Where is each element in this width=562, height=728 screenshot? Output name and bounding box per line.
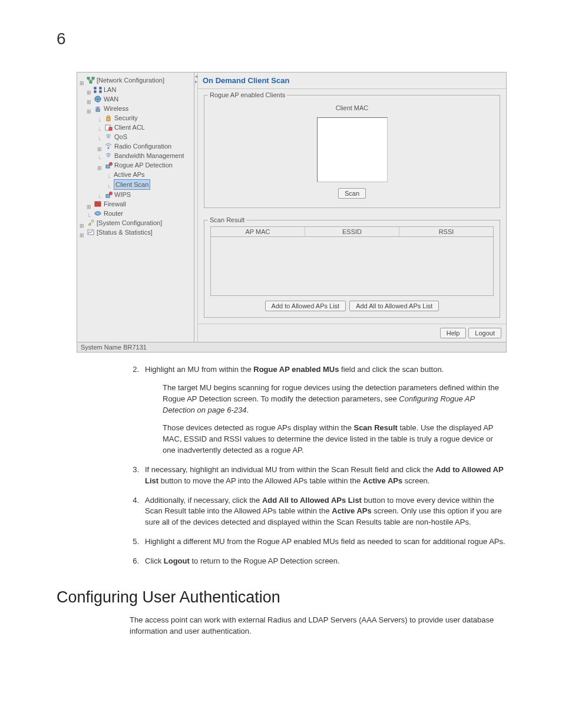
scan-result-fieldset: Scan Result AP MAC ESSID RSSI Add to All…	[204, 220, 500, 318]
add-to-allowed-button[interactable]: Add to Allowed APs List	[265, 301, 346, 311]
svg-rect-20	[88, 230, 94, 235]
wan-icon	[94, 95, 102, 103]
tree-item-bandwidth[interactable]: Bandwidth Management	[80, 151, 191, 160]
tree-line-icon	[97, 134, 103, 140]
expand-icon[interactable]	[97, 144, 103, 149]
text: to return to the Rogue AP Detection scre…	[190, 556, 340, 565]
text: Additionally, if necessary, click the	[145, 496, 262, 505]
scan-result-header: AP MAC ESSID RSSI	[210, 226, 494, 237]
tree-line-icon	[87, 211, 92, 216]
expand-icon[interactable]	[87, 106, 92, 111]
tree-label: [Status & Statistics]	[97, 228, 153, 237]
tree-item-system-config[interactable]: [System Configuration]	[80, 218, 191, 228]
col-apmac[interactable]: AP MAC	[211, 227, 305, 236]
text-bold: Logout	[164, 556, 190, 565]
svg-rect-9	[107, 117, 110, 121]
tree-label: LAN	[104, 85, 116, 94]
expand-icon[interactable]	[97, 163, 103, 168]
text: screen.	[402, 476, 429, 485]
radio-icon	[104, 143, 113, 150]
svg-rect-3	[94, 87, 96, 89]
step-5: 5. Highlight a different MU from the Rog…	[130, 536, 507, 548]
tree-item-radio-config[interactable]: Radio Configuration	[80, 141, 191, 151]
step-number: 3.	[130, 465, 145, 487]
tree-label: [System Configuration]	[97, 218, 162, 228]
qos-icon	[104, 133, 113, 140]
tree-item-client-acl[interactable]: Client ACL	[80, 123, 191, 132]
scan-result-table[interactable]	[210, 237, 494, 296]
tree-item-security[interactable]: Security	[80, 113, 191, 123]
tree-item-wips[interactable]: WIPS	[80, 190, 191, 199]
tree-item-active-aps[interactable]: Active APs	[80, 170, 191, 179]
lan-icon	[94, 86, 102, 93]
tools-icon	[87, 219, 95, 226]
svg-point-12	[108, 147, 110, 149]
col-rssi[interactable]: RSSI	[399, 227, 493, 236]
tree-line-icon	[107, 182, 112, 187]
section-heading: Configuring User Authentication	[57, 588, 562, 607]
tree-label: Security	[114, 113, 138, 123]
svg-rect-8	[96, 109, 100, 111]
help-button[interactable]: Help	[440, 328, 467, 338]
svg-rect-5	[94, 91, 96, 93]
step-2: 2. Highlight an MU from within the Rogue…	[130, 364, 507, 456]
panel-title: On Demand Client Scan	[198, 73, 506, 89]
tree-label: Radio Configuration	[114, 141, 171, 151]
svg-rect-2	[90, 81, 92, 83]
tree-item-router[interactable]: Router	[80, 209, 191, 218]
svg-rect-1	[92, 77, 94, 79]
text: Those devices detected as rogue APs disp…	[163, 423, 353, 432]
expand-icon[interactable]	[87, 87, 92, 93]
acl-icon	[104, 124, 113, 131]
expand-icon[interactable]	[80, 230, 85, 235]
svg-rect-15	[106, 195, 110, 197]
col-essid[interactable]: ESSID	[305, 227, 399, 236]
expand-icon[interactable]	[87, 97, 92, 102]
tree-item-qos[interactable]: QoS	[80, 132, 191, 141]
text-bold: Add All to Allowed APs List	[262, 496, 362, 505]
expand-icon[interactable]	[80, 220, 85, 226]
page-number: 6	[0, 29, 562, 48]
text: button to move the AP into the Allowed A…	[158, 476, 363, 485]
tree-label: QoS	[114, 132, 127, 141]
tree-label: Rogue AP Detection	[114, 160, 173, 170]
tree-item-status[interactable]: [Status & Statistics]	[80, 228, 191, 237]
text: Highlight a different MU from the Rogue …	[145, 537, 505, 546]
svg-point-14	[110, 163, 113, 166]
tree-label: Client ACL	[114, 123, 145, 132]
tree-item-lan[interactable]: LAN	[80, 85, 191, 94]
firewall-icon	[94, 200, 102, 207]
rogue-clients-fieldset: Rogue AP enabled Clients Client MAC Scan	[204, 95, 500, 208]
tree-label: WAN	[104, 94, 118, 104]
logout-button[interactable]: Logout	[468, 328, 501, 338]
svg-rect-17	[95, 202, 101, 206]
step-number: 6.	[130, 556, 145, 567]
expand-icon[interactable]	[80, 78, 85, 83]
tree-label: Router	[104, 209, 123, 218]
tree-item-wireless[interactable]: Wireless	[80, 104, 191, 113]
wips-icon	[104, 191, 113, 198]
wireless-icon	[94, 105, 102, 112]
tree-item-rogue-ap[interactable]: Rogue AP Detection	[80, 160, 191, 170]
client-mac-listbox[interactable]	[317, 117, 388, 182]
tree-item-wan[interactable]: WAN	[80, 94, 191, 104]
svg-point-16	[110, 192, 113, 195]
client-mac-label: Client MAC	[336, 104, 369, 111]
tree-item-client-scan[interactable]: Client Scan	[80, 179, 191, 190]
tree-label: WIPS	[114, 190, 131, 199]
svg-rect-13	[106, 165, 110, 168]
security-icon	[104, 114, 113, 121]
tree-line-icon	[97, 153, 103, 159]
tree-item-firewall[interactable]: Firewall	[80, 199, 191, 209]
scan-button[interactable]: Scan	[338, 188, 366, 199]
fieldset-legend: Rogue AP enabled Clients	[208, 91, 287, 98]
svg-rect-4	[100, 87, 101, 89]
expand-icon[interactable]	[87, 202, 92, 207]
step-number: 4.	[130, 495, 145, 529]
tree-item-network-config[interactable]: [Network Configuration]	[80, 75, 191, 85]
tree-line-icon	[107, 172, 112, 177]
step-number: 2.	[130, 364, 145, 456]
add-all-to-allowed-button[interactable]: Add All to Allowed APs List	[349, 301, 439, 311]
text: .	[246, 406, 249, 414]
main-panel: On Demand Client Scan Rogue AP enabled C…	[198, 73, 506, 342]
